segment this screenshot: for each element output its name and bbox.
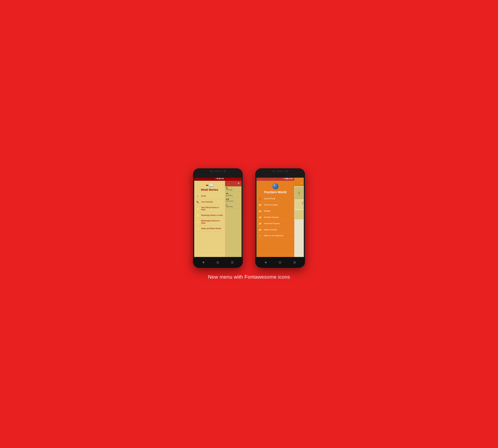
menu-favorites-label: Your Favorites [201,201,213,203]
home-button-phone1[interactable] [217,261,219,264]
signal-icon-phone1: ▮ [217,177,218,179]
riddles-label: Riddles [264,210,271,212]
phone1-menu-panel: ▾ ▮ ▮ 8:26 ✒📖 Hindi Stories ⌂ Home [194,176,225,258]
picture-puzzles-label: Picture Puzzles [264,204,278,206]
phone-top-hardware [210,170,226,172]
menu-item-favorites[interactable]: 🔖 Your Favorites [194,199,225,205]
puzzle-menu-number[interactable]: 📂 Number Puzzles [256,214,294,220]
phone2-screen: ▾ ▮ ▮ 10:31 Puzzlers World 🔖 Saved Posts [256,176,304,258]
menu-item-short-moral[interactable]: 📁 Short Moral Stories in Hindi [194,205,225,212]
wifi-icon-phone1: ▾ [216,177,217,179]
front-camera-2 [272,170,275,172]
phone2-menu-panel: ▾ ▮ ▮ 10:31 Puzzlers World 🔖 Saved Posts [256,176,294,258]
phone1-screen: ▾ ▮ ▮ 8:26 ✒📖 Hindi Stories ⌂ Home [194,176,242,258]
status-bar-phone1: ▾ ▮ ▮ 8:26 [194,176,225,181]
folder-icon-4: 📁 [196,227,199,230]
phone1-content-panel: 🔍 पापा, र एक coupl... नायें ? हा! तब सते… [225,176,242,258]
puzzle-menu-picture[interactable]: 📂 Picture Puzzles [256,202,294,208]
puzzle-menu-saved-posts[interactable]: 🔖 Saved Posts [256,195,294,202]
rate-playstore-label: Rate Us on PlayStore [264,234,283,237]
folder-icon-2: 📁 [196,214,199,217]
page-caption: New menu with Fontawesome icons [208,274,290,280]
maths-puzzles-icon: 📂 [259,228,262,231]
recents-button-phone2[interactable] [294,261,296,263]
interview-puzzles-icon: 📂 [259,222,262,225]
phone-top-hardware-2 [272,170,288,172]
rate-playstore-icon: ⬡ [259,234,262,237]
content-item-1: नायें ? हा! तब सते स... [225,192,242,198]
menu-item-mythological[interactable]: 📁 Mythological Stories in Hindi [194,218,225,226]
phone1-nav-bar [193,257,243,268]
puzzlers-title: Puzzlers World [258,191,293,194]
front-sensor [223,170,226,172]
menu-mythological-label: Mythological Stories in Hindi [201,220,223,224]
speaker-grille [214,171,222,172]
number-puzzles-icon: 📂 [259,216,262,219]
maths-puzzles-label: Maths Puzzles [264,228,277,231]
phone2-nav-bar [255,257,305,268]
saved-posts-icon: 🔖 [259,197,262,200]
puzzle-menu-rate[interactable]: ⬡ Rate Us on PlayStore [256,233,294,239]
puzzle-menu-riddles[interactable]: 📂 Riddles [256,208,294,214]
front-sensor-2 [285,170,288,172]
time-phone1: 8:26 [220,178,224,179]
menu-home-label: Home [201,195,206,197]
folder-icon-1: 📁 [196,207,199,210]
hindi-menu-items: ⌂ Home 🔖 Your Favorites 📁 Short Moral St… [194,193,225,258]
hindi-stories-header: ✒📖 Hindi Stories [194,181,225,193]
picture-puzzles-icon: 📂 [259,203,262,206]
time-phone2: 10:31 [289,178,293,179]
number-puzzles-label: Number Puzzles [264,216,279,218]
signal-icon-phone2: ▮ [285,177,286,179]
search-icon-phone1[interactable]: 🔍 [238,182,240,185]
menu-short-moral-label: Short Moral Stories in Hindi [201,207,223,211]
menu-whatsapp-label: WhatsApp Stories in Hindi [201,214,223,216]
bookmark-icon: 🔖 [196,201,199,204]
front-camera [210,170,213,172]
speaker-grille-2 [276,171,284,172]
content-item-2: का खा तना धन र कल ... [225,198,242,203]
status-icons-phone1: ▾ ▮ ▮ 8:26 [216,177,224,179]
folder-icon-3: 📁 [196,220,199,223]
battery-icon-phone1: ▮ [219,177,220,179]
menu-akbar-label: Akbar and Birbal Stories [201,227,221,230]
puzzle-menu-interview[interactable]: 📂 Interview Puzzles [256,220,294,227]
menu-item-akbar[interactable]: 📁 Akbar and Birbal Stories [194,226,225,232]
phone-puzzlers-world: ▾ ▮ ▮ 10:31 Puzzlers World 🔖 Saved Posts [255,168,305,268]
back-button-phone1[interactable] [202,261,204,264]
wifi-icon-phone2: ▾ [284,177,285,179]
globe-icon [272,183,279,190]
content-item-3: ा ने सोचा करता ... [225,203,242,209]
puzzlers-header: Puzzlers World [256,181,294,195]
phone-hindi-stories: ▾ ▮ ▮ 8:26 ✒📖 Hindi Stories ⌂ Home [193,168,243,268]
back-button-phone2[interactable] [265,261,266,264]
share-icon[interactable]: ⤴ [302,202,303,205]
status-icons-phone2: ▾ ▮ ▮ 10:31 [284,177,293,179]
hindi-stories-title: Hindi Stories [196,188,223,192]
status-bar-phone2: ▾ ▮ ▮ 10:31 [256,176,294,181]
menu-item-whatsapp[interactable]: 📁 WhatsApp Stories in Hindi [194,212,225,218]
saved-posts-label: Saved Posts [264,197,275,200]
content-item-0: पापा, र एक coupl... [225,186,242,192]
puzzle-menu-maths[interactable]: 📂 Maths Puzzles [256,227,294,233]
menu-item-home[interactable]: ⌂ Home [194,193,225,199]
phones-container: ▾ ▮ ▮ 8:26 ✒📖 Hindi Stories ⌂ Home [193,168,305,268]
phone2-content-panel: 🔍 1 ⤴ [294,176,304,258]
riddles-icon: 📂 [259,209,262,212]
recents-button-phone1[interactable] [232,261,233,263]
home-icon: ⌂ [196,195,199,198]
puzzle-menu-items: 🔖 Saved Posts 📂 Picture Puzzles 📂 Riddle… [256,195,294,258]
battery-icon-phone2: ▮ [287,177,288,179]
quill-icon: ✒📖 [196,183,223,188]
interview-puzzles-label: Interview Puzzles [264,222,280,225]
home-button-phone2[interactable] [279,261,281,264]
search-icon-phone2[interactable]: 🔍 [300,182,303,185]
